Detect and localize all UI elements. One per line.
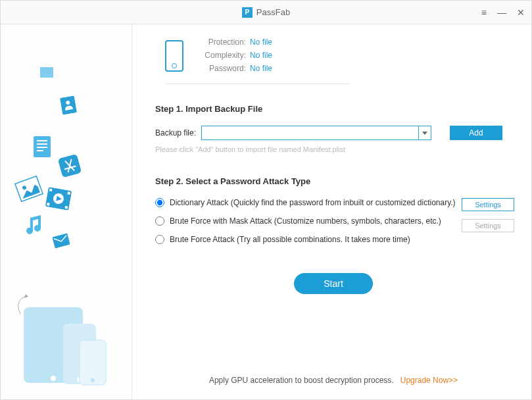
password-label: Password: [197, 64, 246, 73]
app-logo: P PassFab [242, 7, 290, 18]
svg-rect-16 [52, 233, 70, 249]
backup-dropdown-button[interactable] [418, 126, 431, 140]
complexity-value: No file [250, 51, 272, 60]
minimize-button[interactable]: — [497, 7, 506, 18]
menu-button[interactable]: ≡ [481, 7, 487, 18]
svg-point-22 [91, 378, 95, 382]
svg-rect-6 [37, 150, 43, 151]
divider [165, 84, 349, 84]
chevron-down-icon [422, 132, 427, 135]
svg-rect-21 [80, 340, 106, 385]
logo-icon: P [242, 7, 253, 18]
envelope-icon [40, 67, 53, 78]
sidebar [1, 24, 132, 399]
complexity-label: Complexity: [197, 51, 246, 60]
contact-icon [60, 95, 77, 114]
backup-file-label: Backup file: [155, 128, 196, 138]
footer: Apply GPU acceleration to boost decrypti… [155, 376, 512, 393]
password-value: No file [250, 64, 272, 73]
dictionary-attack-radio[interactable] [155, 198, 164, 207]
svg-rect-12 [47, 203, 50, 206]
brute-force-radio[interactable] [155, 235, 164, 244]
add-button[interactable]: Add [450, 126, 502, 140]
mask-attack-radio[interactable] [155, 216, 164, 226]
protection-label: Protection: [197, 38, 246, 47]
devices-illustration [14, 294, 119, 386]
phone-icon [165, 40, 183, 72]
svg-rect-0 [60, 95, 77, 114]
gpu-hint: Apply GPU acceleration to boost decrypti… [209, 376, 394, 385]
brute-force-label: Brute Force Attack (Try all possible com… [170, 235, 410, 244]
photo-icon [14, 176, 43, 203]
step2-title: Step 2. Select a Password Attack Type [155, 176, 512, 186]
svg-point-18 [51, 376, 56, 381]
app-store-icon [58, 154, 82, 178]
backup-file-input[interactable] [201, 126, 418, 140]
app-name: PassFab [256, 7, 290, 17]
svg-rect-11 [49, 188, 53, 191]
mail-icon [52, 233, 70, 249]
svg-rect-13 [67, 191, 70, 195]
svg-rect-5 [37, 147, 47, 148]
title-bar: P PassFab ≡ — ✕ [1, 1, 531, 24]
document-icon [34, 136, 51, 157]
svg-rect-3 [37, 140, 47, 141]
svg-point-9 [22, 185, 27, 190]
protection-value: No file [250, 38, 272, 47]
start-button[interactable]: Start [294, 273, 373, 294]
main-panel: Protection: No file Complexity: No file … [132, 24, 531, 399]
close-button[interactable]: ✕ [517, 7, 525, 18]
music-icon [24, 215, 42, 235]
svg-rect-4 [37, 143, 47, 145]
upgrade-link[interactable]: Upgrade Now>> [400, 376, 458, 385]
settings-button-1[interactable]: Settings [462, 198, 514, 211]
svg-rect-8 [14, 176, 43, 203]
video-icon [45, 187, 72, 211]
mask-attack-label: Brute Force with Mask Attack (Customize … [170, 216, 441, 226]
step1-title: Step 1. Import Backup File [155, 104, 512, 114]
settings-button-2[interactable]: Settings [462, 219, 514, 232]
dictionary-attack-label: Dictionary Attack (Quickly find the pass… [170, 198, 456, 207]
import-hint: Please click "Add" button to import file… [155, 145, 512, 153]
svg-rect-14 [65, 206, 68, 209]
